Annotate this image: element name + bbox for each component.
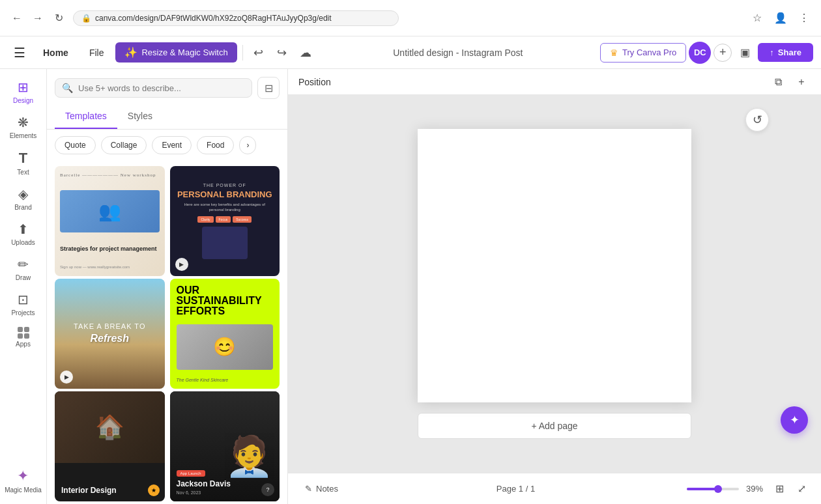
refresh-browser-button[interactable]: ↻	[50, 9, 68, 27]
browser-nav: ← → ↻	[8, 9, 68, 27]
sidebar-item-magic-media[interactable]: ✦ Magic Media	[2, 462, 44, 499]
sidebar-item-elements[interactable]: ❋ Elements	[0, 109, 46, 145]
notes-label: Notes	[316, 484, 338, 494]
ai-assistant-button[interactable]: ✦	[781, 406, 808, 434]
canvas-toolbar-icons: ⧉ +	[769, 73, 811, 91]
canvas-area: Position ⧉ + + Add page ↺ ✦	[288, 69, 821, 504]
uploads-icon: ⬆	[18, 221, 29, 237]
brand-label: Brand	[14, 204, 32, 211]
sidebar-item-design[interactable]: ⊞ Design	[0, 74, 46, 109]
share-button[interactable]: ↑ Share	[758, 43, 813, 62]
text-icon: T	[19, 150, 27, 167]
filter-button[interactable]: ⊟	[257, 77, 280, 99]
position-bar: Position ⧉ +	[288, 69, 821, 95]
profile-button[interactable]: 👤	[771, 9, 790, 27]
sidebar-item-brand[interactable]: ◈ Brand	[0, 181, 46, 216]
home-button[interactable]: Home	[34, 44, 78, 62]
notes-icon: ✎	[305, 484, 312, 494]
design-icon: ⊞	[18, 79, 29, 95]
sidebar-item-text[interactable]: T Text	[0, 145, 46, 181]
chip-food[interactable]: Food	[197, 136, 234, 154]
template-header-text: Barcelle ――――――― New workshop	[60, 173, 160, 178]
undo-button[interactable]: ↩	[248, 42, 269, 63]
brand-icon: ◈	[18, 186, 28, 202]
sidebar-item-draw[interactable]: ✏ Draw	[0, 251, 46, 287]
uploads-label: Uploads	[11, 239, 35, 246]
draw-icon: ✏	[18, 257, 29, 272]
magic-icon: ✨	[124, 46, 137, 59]
main-body: ⊞ Design ❋ Elements T Text ◈ Brand ⬆ Upl…	[0, 69, 821, 504]
template-sustainability-footer: The Gentle Kind Skincare	[177, 378, 274, 382]
add-element-button[interactable]: +	[792, 73, 811, 91]
projects-icon: ⊡	[18, 292, 29, 307]
file-button[interactable]: File	[80, 44, 113, 62]
tab-templates[interactable]: Templates	[55, 104, 117, 129]
browser-chrome: ← → ↻ 🔒 canva.com/design/DAF9tWldKW0/hX9…	[0, 0, 821, 36]
zoom-slider-thumb	[714, 485, 722, 493]
add-collaborator-button[interactable]: +	[713, 44, 732, 62]
canvas-bottom-bar: ✎ Notes Page 1 / 1 39% ⊞ ⤢	[288, 473, 821, 504]
template-card-sustainability[interactable]: OUR SUSTAINABILITY EFFORTS 😊 The Gentle …	[170, 279, 280, 389]
redo-button[interactable]: ↪	[272, 42, 293, 63]
template-interior-img: 🏠	[55, 391, 165, 463]
chip-quote[interactable]: Quote	[55, 136, 96, 154]
text-label: Text	[17, 169, 29, 176]
search-icon: 🔍	[62, 83, 73, 93]
hamburger-menu-button[interactable]: ☰	[8, 41, 31, 64]
template-interior-content: Interior Design	[61, 486, 158, 495]
cloud-save-button[interactable]: ☁	[295, 42, 316, 63]
view-grid-button[interactable]: ⊞	[770, 480, 788, 498]
play-icon: ▶	[175, 258, 188, 271]
template-card-jackson-davis[interactable]: 🧑‍💼 App Launch Jackson Davis Nov 6, 2023…	[170, 391, 280, 501]
zoom-level: 39%	[743, 484, 766, 494]
template-card-interior-design[interactable]: 🏠 Interior Design ★	[55, 391, 165, 501]
canva-toolbar: ☰ Home File ✨ Resize & Magic Switch ↩ ↪ …	[0, 36, 821, 69]
expand-button[interactable]: ⤢	[792, 480, 811, 498]
template-card-refresh[interactable]: TAKE A BREAK TO Refresh ▶	[55, 279, 165, 389]
template-event-tag: App Launch	[177, 470, 205, 477]
try-pro-label: Try Canva Pro	[622, 48, 676, 57]
zoom-slider-fill	[687, 488, 715, 490]
template-interior-title: Interior Design	[61, 486, 158, 495]
user-avatar-button[interactable]: DC	[689, 42, 711, 64]
search-box[interactable]: 🔍	[55, 78, 252, 98]
chip-more-button[interactable]: ›	[239, 136, 256, 154]
refresh-icon: ↺	[753, 113, 762, 127]
sidebar-item-projects[interactable]: ⊡ Projects	[0, 287, 46, 322]
try-pro-button[interactable]: ♛ Try Canva Pro	[600, 43, 686, 63]
chip-collage[interactable]: Collage	[101, 136, 147, 154]
tab-styles[interactable]: Styles	[117, 104, 163, 129]
share-icon: ↑	[770, 48, 774, 57]
template-tags: Clarity Focus Success	[197, 216, 252, 223]
magic-media-icon: ✦	[17, 468, 29, 484]
chip-event[interactable]: Event	[152, 136, 192, 154]
zoom-slider[interactable]	[687, 488, 739, 490]
template-jackson-name: Jackson Davis	[177, 479, 274, 488]
copy-design-button[interactable]: ⧉	[769, 73, 787, 91]
template-jackson-content: App Launch Jackson Davis Nov 6, 2023	[177, 466, 274, 494]
forward-button[interactable]: →	[29, 9, 47, 27]
share-label: Share	[778, 48, 801, 57]
template-sustainability-img: 😊	[177, 324, 274, 370]
template-card-strategies[interactable]: Barcelle ――――――― New workshop 👥 Strategi…	[55, 166, 165, 276]
refresh-design-button[interactable]: ↺	[745, 108, 769, 132]
page-info: Page 1 / 1	[350, 484, 682, 494]
sidebar-item-apps[interactable]: Apps	[0, 322, 46, 353]
bookmark-button[interactable]: ☆	[748, 9, 766, 27]
analytics-button[interactable]: ▣	[734, 42, 755, 63]
search-input[interactable]	[78, 83, 245, 93]
browser-menu-button[interactable]: ⋮	[795, 9, 813, 27]
template-card-personal-branding[interactable]: THE POWER OF PERSONAL BRANDING Here are …	[170, 166, 280, 276]
crown-icon: ♛	[610, 48, 618, 58]
add-page-button[interactable]: + Add page	[418, 413, 691, 439]
back-button[interactable]: ←	[8, 9, 26, 27]
url-bar[interactable]: 🔒 canva.com/design/DAF9tWldKW0/hX92zoQ8R…	[73, 10, 399, 26]
canvas-viewport: + Add page ↺ ✦	[288, 95, 821, 473]
sidebar-item-uploads[interactable]: ⬆ Uploads	[0, 216, 46, 251]
sidebar: ⊞ Design ❋ Elements T Text ◈ Brand ⬆ Upl…	[0, 69, 47, 504]
resize-magic-switch-button[interactable]: ✨ Resize & Magic Switch	[115, 42, 237, 63]
notes-button[interactable]: ✎ Notes	[298, 480, 345, 497]
panel-search-area: 🔍 ⊟	[47, 69, 287, 104]
template-event-date: Nov 6, 2023	[177, 490, 274, 495]
canvas-page[interactable]	[418, 129, 691, 402]
